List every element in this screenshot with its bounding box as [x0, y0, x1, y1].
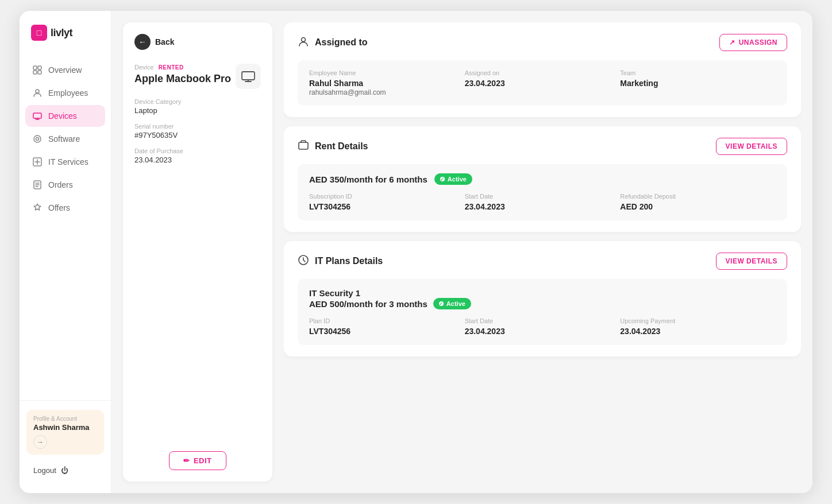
employee-name-value: Rahul Sharma	[309, 79, 465, 88]
sidebar-item-label-software: Software	[48, 134, 80, 144]
sidebar-item-it-services[interactable]: IT Services	[25, 151, 105, 173]
main-content: ← Back Device RENTED Apple Macbook Pro D…	[111, 11, 812, 493]
svg-point-7	[36, 138, 39, 141]
profile-arrow[interactable]: →	[33, 435, 47, 449]
employee-name-label: Employee Name	[309, 69, 465, 76]
upcoming-payment-label: Upcoming Payment	[620, 317, 776, 324]
subscription-id-label: Subscription ID	[309, 193, 465, 200]
assigned-on-label: Assigned on	[465, 69, 621, 76]
right-panel: Assigned to ↗ UNASSIGN Employee Name Rah…	[284, 22, 801, 482]
assigned-on-item: Assigned on 23.04.2023	[465, 69, 621, 96]
unassign-icon: ↗	[729, 38, 735, 46]
category-value: Laptop	[134, 106, 261, 115]
category-label: Device Category	[134, 98, 261, 105]
it-plans-view-details-label: VIEW DETAILS	[726, 257, 777, 265]
device-header: Device RENTED Apple Macbook Pro	[134, 64, 261, 89]
device-status-badge: RENTED	[159, 64, 184, 71]
sidebar-item-label-orders: Orders	[48, 180, 73, 189]
sidebar-item-employees[interactable]: Employees	[25, 82, 105, 104]
device-panel-footer: ✏ EDIT	[134, 451, 261, 470]
device-label: Device	[134, 64, 154, 71]
rent-inner: AED 350/month for 6 months ✓ Active Subs…	[298, 164, 787, 220]
device-label-row: Device RENTED	[134, 64, 231, 71]
plan-id-label: Plan ID	[309, 317, 465, 324]
serial-value: #97Y50635V	[134, 131, 261, 139]
device-purchase-section: Date of Purchase 23.04.2023	[134, 148, 261, 164]
unassign-label: UNASSIGN	[739, 38, 777, 46]
orders-icon	[32, 180, 43, 190]
assigned-to-title: Assigned to	[315, 37, 368, 48]
svg-point-4	[36, 90, 39, 93]
sidebar-item-software[interactable]: Software	[25, 128, 105, 150]
it-start-date-label: Start Date	[465, 317, 621, 324]
purchase-value: 23.04.2023	[134, 156, 261, 164]
profile-card[interactable]: Profile & Account Ashwin Sharma →	[26, 410, 104, 455]
software-icon	[32, 134, 43, 144]
svg-rect-5	[33, 113, 41, 118]
deposit-item: Refundable Deposit AED 200	[620, 193, 776, 211]
device-icon	[236, 64, 261, 89]
profile-name: Ashwin Sharma	[33, 423, 97, 432]
assigned-to-header: Assigned to ↗ UNASSIGN	[298, 34, 787, 51]
svg-point-11	[302, 37, 306, 41]
plan-id-value: LVT304256	[309, 327, 465, 336]
subscription-id-value: LVT304256	[309, 202, 465, 211]
it-start-date-item: Start Date 23.04.2023	[465, 317, 621, 336]
svg-point-6	[34, 135, 41, 142]
it-plan-name: IT Security 1	[309, 288, 776, 298]
device-serial-section: Serial number #97Y50635V	[134, 123, 261, 139]
it-plans-title-row: IT Plans Details	[298, 254, 383, 269]
assigned-to-grid: Employee Name Rahul Sharma rahulsahrma@g…	[298, 60, 787, 106]
it-plans-header: IT Plans Details VIEW DETAILS	[298, 253, 787, 270]
deposit-value: AED 200	[620, 202, 776, 211]
team-label: Team	[620, 69, 776, 76]
rent-start-date-item: Start Date 23.04.2023	[465, 193, 621, 211]
sidebar-item-orders[interactable]: Orders	[25, 174, 105, 196]
it-plans-view-details-button[interactable]: VIEW DETAILS	[716, 253, 787, 270]
logo-text: livlyt	[51, 27, 72, 39]
assigned-on-value: 23.04.2023	[465, 79, 621, 88]
svg-rect-1	[38, 66, 41, 69]
offers-icon	[32, 203, 43, 213]
rent-details-title: Rent Details	[315, 141, 368, 152]
back-icon: ←	[134, 34, 151, 50]
rent-title-row-inner: AED 350/month for 6 months ✓ Active	[309, 173, 776, 185]
section-title-row: Assigned to	[298, 36, 368, 50]
edit-label: EDIT	[194, 456, 212, 465]
it-plan-active-badge: ✓ Active	[433, 298, 471, 309]
serial-label: Serial number	[134, 123, 261, 130]
sidebar-bottom: Profile & Account Ashwin Sharma → Logout…	[20, 400, 111, 484]
sidebar-item-label-offers: Offers	[48, 203, 70, 212]
logout-button[interactable]: Logout ⏻	[26, 462, 104, 479]
edit-button[interactable]: ✏ EDIT	[169, 451, 226, 470]
assigned-to-card: Assigned to ↗ UNASSIGN Employee Name Rah…	[284, 22, 801, 117]
rent-title-row: Rent Details	[298, 139, 368, 154]
upcoming-payment-value: 23.04.2023	[620, 327, 776, 336]
devices-icon	[32, 111, 43, 121]
back-button[interactable]: ← Back	[134, 34, 261, 50]
it-plans-icon	[298, 254, 309, 269]
it-plans-card: IT Plans Details VIEW DETAILS IT Securit…	[284, 241, 801, 356]
upcoming-payment-item: Upcoming Payment 23.04.2023	[620, 317, 776, 336]
rent-view-details-button[interactable]: VIEW DETAILS	[716, 138, 787, 155]
rent-grid: Subscription ID LVT304256 Start Date 23.…	[309, 193, 776, 211]
logout-icon: ⏻	[61, 466, 68, 475]
rent-view-details-label: VIEW DETAILS	[726, 142, 777, 150]
badge-dot: ✓	[440, 177, 445, 181]
sidebar-item-overview[interactable]: Overview	[25, 59, 105, 81]
team-value: Marketing	[620, 79, 776, 88]
logout-label: Logout	[33, 466, 56, 475]
it-badge-dot: ✓	[439, 301, 444, 306]
unassign-button[interactable]: ↗ UNASSIGN	[719, 34, 787, 51]
sidebar-item-devices[interactable]: Devices	[25, 105, 105, 127]
employee-name-item: Employee Name Rahul Sharma rahulsahrma@g…	[309, 69, 465, 96]
device-category-section: Device Category Laptop	[134, 98, 261, 115]
sidebar: □ livlyt Overview Employees Devices	[20, 11, 111, 493]
employee-email: rahulsahrma@gmail.com	[309, 88, 465, 96]
back-label: Back	[155, 37, 174, 46]
employees-icon	[32, 88, 43, 98]
purchase-label: Date of Purchase	[134, 148, 261, 154]
nav: Overview Employees Devices Software	[20, 59, 111, 400]
it-plan-price-row: AED 500/month for 3 months ✓ Active	[309, 298, 776, 309]
sidebar-item-offers[interactable]: Offers	[25, 197, 105, 219]
